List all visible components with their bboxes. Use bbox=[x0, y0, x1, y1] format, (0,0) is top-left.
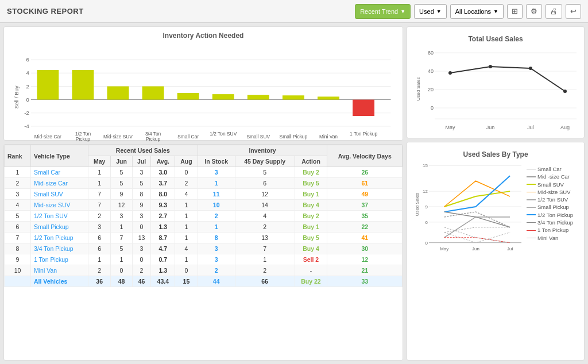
aug-header: Aug bbox=[175, 156, 198, 167]
total-sales-line bbox=[450, 67, 565, 91]
svg-text:1/2 Ton SUV: 1/2 Ton SUV bbox=[210, 131, 237, 137]
recent-used-sales-header: Recent Used Sales bbox=[88, 145, 198, 156]
bar-chart-card: Inventory Action Needed Sell / Buy 6 4 2… bbox=[3, 26, 403, 141]
table-totals-row: All Vehicles 36 48 46 43.4 15 44 66 Buy … bbox=[5, 276, 403, 287]
back-button[interactable]: ↩ bbox=[566, 4, 581, 19]
settings-button[interactable]: ⚙ bbox=[526, 4, 542, 19]
used-sales-by-type-card: Used Sales By Type Used Sales 15 12 bbox=[407, 142, 585, 361]
used-dropdown[interactable]: Used ▼ bbox=[414, 4, 447, 19]
svg-point-40 bbox=[448, 71, 452, 75]
bar-chart-title: Inventory Action Needed bbox=[10, 32, 397, 40]
svg-text:20: 20 bbox=[428, 87, 434, 92]
bar-3-4-ton-pickup bbox=[142, 86, 164, 99]
bar-midsize-car bbox=[37, 70, 59, 100]
svg-point-42 bbox=[529, 67, 532, 70]
svg-text:Pickup: Pickup bbox=[146, 136, 161, 142]
locations-dropdown[interactable]: All Locations ▼ bbox=[450, 4, 504, 19]
svg-text:Mini Van: Mini Van bbox=[319, 134, 338, 140]
svg-point-43 bbox=[563, 90, 567, 93]
svg-text:Small SUV: Small SUV bbox=[247, 134, 270, 140]
chevron-down-icon: ▼ bbox=[436, 9, 442, 14]
rank-header: Rank bbox=[5, 145, 31, 167]
grid-icon-button[interactable]: ⊞ bbox=[507, 4, 523, 19]
total-used-sales-title: Total Used Sales bbox=[413, 32, 578, 43]
chevron-down-icon: ▼ bbox=[400, 9, 405, 14]
bar-half-ton-suv bbox=[212, 94, 234, 99]
svg-text:1 Ton Pickup: 1 Ton Pickup bbox=[350, 131, 377, 137]
table-row: 5 1/2 Ton SUV 2 3 3 2.7 1 2 4 Buy 2 35 bbox=[5, 211, 403, 222]
legend-midsize-car: Mid -size Car bbox=[527, 173, 578, 180]
svg-text:Small Car: Small Car bbox=[177, 134, 199, 140]
svg-text:15: 15 bbox=[423, 163, 428, 168]
stocking-table: Rank Vehicle Type Recent Used Sales Inve… bbox=[4, 145, 403, 287]
recent-trend-dropdown[interactable]: Recent Trend ▼ bbox=[355, 4, 411, 19]
used-sales-by-type-title: Used Sales By Type bbox=[413, 147, 578, 158]
svg-text:Jul: Jul bbox=[527, 125, 534, 130]
svg-text:Jul: Jul bbox=[507, 246, 513, 251]
legend-1-ton-pickup: 1 Ton Pickup bbox=[527, 226, 578, 234]
svg-text:0: 0 bbox=[26, 96, 29, 103]
total-used-sales-chart: Used Sales 60 40 20 0 May Jun Jul bbox=[413, 44, 579, 133]
legend-small-car: Small Car bbox=[527, 165, 578, 173]
svg-text:May: May bbox=[440, 246, 448, 251]
may-header: May bbox=[88, 156, 110, 167]
legend-midsize-suv: Mid-size SUV bbox=[527, 188, 578, 196]
svg-text:Used Sales: Used Sales bbox=[415, 193, 420, 216]
svg-text:6: 6 bbox=[425, 220, 428, 225]
table-wrapper[interactable]: Rank Vehicle Type Recent Used Sales Inve… bbox=[4, 145, 403, 360]
svg-text:May: May bbox=[445, 125, 455, 130]
legend-3-4-ton-pickup: 3/4 Ton Pickup bbox=[527, 219, 578, 226]
svg-text:Sell / Buy: Sell / Buy bbox=[13, 86, 20, 109]
avg-velocity-header: Avg. Velocity Days bbox=[327, 145, 403, 167]
bar-1-ton-pickup bbox=[353, 100, 374, 116]
print-button[interactable]: 🖨 bbox=[546, 4, 562, 19]
svg-text:Mid-size Car: Mid-size Car bbox=[34, 134, 61, 140]
45-day-supply-header: 45 Day Supply bbox=[235, 156, 295, 167]
svg-text:0: 0 bbox=[425, 241, 428, 246]
table-row: 2 Mid-size Car 1 5 5 3.7 2 1 6 Buy 5 61 bbox=[5, 178, 403, 189]
vehicle-type-header: Vehicle Type bbox=[31, 145, 88, 167]
bar-mini-van bbox=[318, 96, 339, 99]
main-content: Inventory Action Needed Sell / Buy 6 4 2… bbox=[0, 23, 588, 364]
svg-text:Used Sales: Used Sales bbox=[416, 78, 421, 101]
svg-text:9: 9 bbox=[425, 204, 428, 210]
jun-header: Jun bbox=[111, 156, 132, 167]
svg-text:12: 12 bbox=[423, 189, 428, 194]
svg-text:60: 60 bbox=[428, 50, 434, 56]
app-header: STOCKING REPORT Recent Trend ▼ Used ▼ Al… bbox=[0, 0, 588, 23]
svg-point-41 bbox=[489, 65, 492, 68]
svg-text:Pickup: Pickup bbox=[76, 136, 91, 142]
table-row: 8 3/4 Ton Pickup 6 5 3 4.7 4 3 7 Buy 4 3… bbox=[5, 243, 403, 254]
legend-half-ton-pickup: 1/2 Ton Pickup bbox=[527, 211, 578, 219]
in-stock-header: In Stock bbox=[198, 156, 235, 167]
bar-small-car bbox=[177, 93, 199, 100]
avg-header: Avg. bbox=[151, 156, 175, 167]
bar-half-ton-pickup bbox=[72, 70, 94, 100]
chevron-down-icon: ▼ bbox=[493, 9, 498, 14]
svg-text:Jun: Jun bbox=[472, 246, 479, 251]
table-row: 9 1 Ton Pickup 1 1 0 0.7 1 3 1 Sell 2 12 bbox=[5, 254, 403, 265]
table-row: 6 Small Pickup 3 1 0 1.3 1 1 2 Buy 1 22 bbox=[5, 222, 403, 233]
header-controls: Recent Trend ▼ Used ▼ All Locations ▼ ⊞ … bbox=[355, 4, 581, 19]
bar-small-suv bbox=[247, 95, 269, 99]
svg-text:Aug: Aug bbox=[560, 125, 570, 130]
svg-text:0: 0 bbox=[431, 105, 434, 111]
table-row: 7 1/2 Ton Pickup 6 7 13 8.7 1 8 13 Buy 5… bbox=[5, 233, 403, 243]
total-used-sales-card: Total Used Sales Used Sales 60 40 20 0 bbox=[407, 26, 585, 138]
bar-chart-svg: Sell / Buy 6 4 2 0 -2 -4 bbox=[10, 42, 397, 147]
legend-small-pickup: Small Pickup bbox=[527, 203, 578, 211]
svg-text:-2: -2 bbox=[24, 110, 29, 116]
svg-text:-4: -4 bbox=[24, 123, 29, 129]
legend-half-ton-suv: 1/2 Ton SUV bbox=[527, 196, 578, 203]
svg-text:4: 4 bbox=[26, 69, 29, 76]
bar-small-pickup bbox=[283, 95, 304, 99]
svg-text:2: 2 bbox=[26, 83, 29, 90]
legend-mini-van: Mini Van bbox=[527, 234, 578, 242]
used-sales-by-type-chart: Used Sales 15 12 9 6 0 M bbox=[413, 160, 524, 254]
right-panel: Total Used Sales Used Sales 60 40 20 0 bbox=[407, 26, 585, 361]
data-table-card: Rank Vehicle Type Recent Used Sales Inve… bbox=[3, 144, 403, 361]
table-row: 3 Small SUV 7 9 8 8.0 4 11 12 Buy 1 49 bbox=[5, 189, 403, 200]
jul-header: Jul bbox=[132, 156, 151, 167]
legend-small-suv: Small SUV bbox=[527, 181, 578, 188]
svg-text:Jun: Jun bbox=[486, 125, 495, 130]
